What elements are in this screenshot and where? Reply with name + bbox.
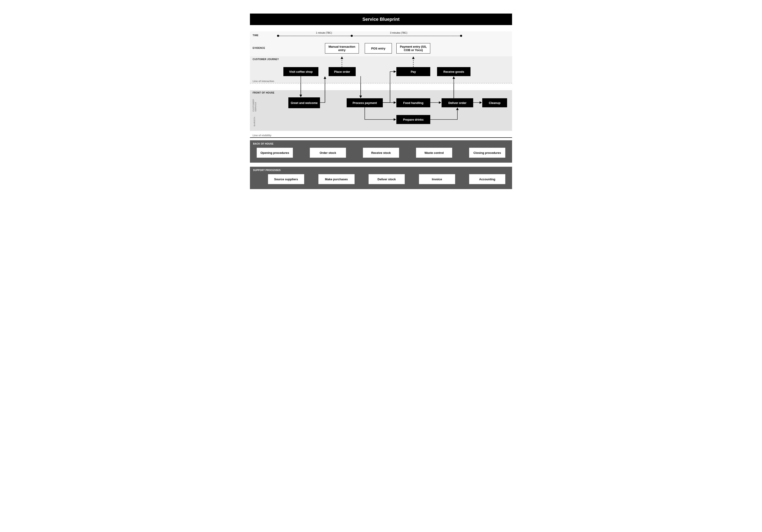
lane-front-of-house: FRONT OF HOUSE CUSTOMER SERVICE BARISTA … [250, 90, 512, 131]
time-dot-end [460, 35, 462, 37]
lane-label-time: TIME [253, 34, 259, 36]
front-food: Food handling [396, 98, 430, 107]
support-accounting: Accounting [469, 174, 505, 184]
sublabel-customer-service: CUSTOMER SERVICE [252, 99, 257, 111]
evidence-pos: POS entry [365, 43, 392, 53]
diagram-title: Service Blueprint [250, 14, 512, 25]
journey-visit: Visit coffee shop [283, 67, 318, 76]
support-make: Make purchases [318, 174, 354, 184]
lane-support-processes: SUPPORT PROCESSES Source suppliers Make … [250, 167, 512, 189]
front-cleanup: Cleanup [482, 98, 507, 107]
back-order-stock: Order stock [310, 148, 346, 158]
lane-label-front: FRONT OF HOUSE [253, 92, 274, 94]
time-label-1: 1 minute (TBC) [316, 32, 332, 34]
front-deliver: Deliver order [441, 98, 473, 107]
line-of-visibility [250, 137, 512, 138]
lane-label-journey: CUSTOMER JOURNEY [253, 58, 279, 61]
line-of-interaction-label: Line of interaction [253, 80, 274, 83]
time-dot-mid [351, 35, 353, 37]
journey-pay: Pay [396, 67, 430, 76]
visibility-gap: Line of visibility [250, 131, 512, 138]
journey-place: Place order [329, 67, 356, 76]
evidence-payment: Payment entry (SS, COB or Yoco) [396, 43, 430, 53]
front-prepare: Prepare drinks [396, 115, 430, 124]
support-invoice: Invoice [419, 174, 455, 184]
support-source: Source suppliers [268, 174, 304, 184]
time-label-2: 3 minutes (TBC) [390, 32, 407, 34]
lane-time: TIME 1 minute (TBC) 3 minutes (TBC) [250, 32, 512, 40]
back-opening: Opening procedures [257, 148, 293, 158]
lane-label-evidence: EVIDENCE [253, 47, 265, 49]
lane-label-support: SUPPORT PROCESSES [250, 167, 512, 171]
line-of-visibility-label: Line of visibility [253, 134, 271, 137]
front-process: Process payment [347, 98, 383, 107]
time-dot-start [277, 35, 279, 37]
back-waste-control: Waste control [416, 148, 452, 158]
journey-receive: Receive goods [437, 67, 471, 76]
back-receive-stock: Receive stock [363, 148, 399, 158]
time-track-1 [279, 36, 351, 36]
evidence-manual: Manual transaction entry [325, 43, 359, 53]
back-closing: Closing procedures [469, 148, 505, 158]
sublabel-barista: BARISTA [253, 116, 256, 126]
support-deliver: Deliver stock [369, 174, 405, 184]
interaction-gap [250, 83, 512, 90]
blueprint-frame: Service Blueprint TIME 1 minute (TBC) 3 … [250, 14, 512, 189]
lane-label-back: BACK OF HOUSE [250, 140, 512, 145]
lane-customer-journey: CUSTOMER JOURNEY Visit coffee shop Place… [250, 56, 512, 83]
lane-back-of-house: BACK OF HOUSE Opening procedures Order s… [250, 140, 512, 163]
lane-evidence: EVIDENCE Manual transaction entry POS en… [250, 40, 512, 56]
time-track-2 [353, 36, 460, 36]
front-greet: Greet and welcome [288, 98, 320, 108]
